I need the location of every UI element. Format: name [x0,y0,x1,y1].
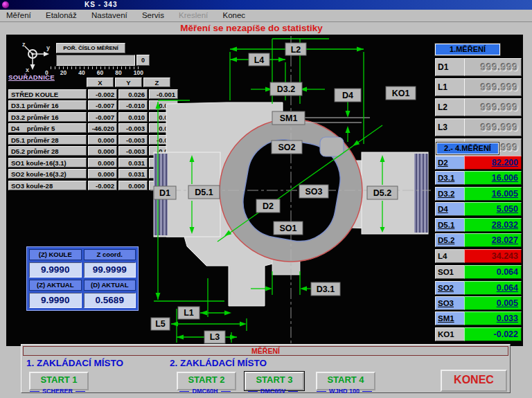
dim-label-l1: L1 [184,308,194,318]
menu-nastaveni[interactable]: Nastavení [85,10,134,21]
d-aktual-value: 0.5689 [84,293,136,308]
dim-label-d52: D5.2 [373,188,391,198]
mereni24-label: D5.1 [435,218,465,232]
dim-label-d2: D2 [263,201,274,211]
mereni24-label: D3.2 [435,187,465,201]
station-2-label: 2. ZAKLÁDACÍ MÍSTO [170,358,267,368]
mereni1-label: D1 [435,58,465,76]
dim-label-d31: D3.1 [317,284,335,294]
table-row: D5.2 průměr 28 0.000 -0.003 -0.000 [8,146,178,156]
mereni24-value: 0.005 [464,296,522,310]
z-koule-value: 9.9990 [29,262,82,278]
mereni1-header: 1.MĚŘENÍ [435,44,500,55]
coordinates-table: X Y Z STŘED KOULE -0.002 0.026 -0.001 D3… [8,78,178,190]
mereni24-value: 28.027 [464,233,522,247]
dim-label-l2: L2 [291,45,301,55]
mereni24-value: 16.005 [464,187,522,201]
app-icon [2,1,9,8]
station-1-label: 1. ZAKLÁDACÍ MÍSTO [26,358,123,368]
mereni24-value: 5.050 [464,202,522,216]
mereni24-label: L4 [435,249,465,263]
dim-label-so1: SO1 [279,224,296,233]
dim-label-l4: L4 [254,55,265,65]
z-coord-value: 99.9999 [84,262,136,278]
mereni24-value: 34.243 [464,249,522,263]
machine-label-scherer: SCHERER [19,388,96,395]
table-row: STŘED KOULE -0.002 0.026 -0.001 [8,89,178,99]
mereni1-value: 999.999 [464,118,522,136]
mereni24-header: 2.- 4.MĚŘENÍ [436,143,499,154]
mereni24-label: D5.2 [435,233,465,247]
counter-progressbar [56,55,135,66]
menu-servis[interactable]: Servis [136,10,170,21]
menu-konec[interactable]: Konec [217,10,252,21]
mereni24-value: 0.064 [464,265,522,279]
dim-label-d32: D3.2 [277,84,295,94]
counter-value: 0 [136,55,150,66]
machine-label-wjhd100: WJHD 100 [306,388,382,395]
dim-label-so2: SO2 [278,143,295,152]
mereni1-label: L1 [435,78,465,96]
table-row: D3.1 průměr 16 -0.007 -0.010 0.006 [8,100,178,110]
d4-bore [320,137,344,156]
axes-icon: z y x [16,40,52,73]
title-bar: KS - 343 [0,0,532,10]
dim-label-ko1: KO1 [392,89,410,98]
z-koule-label: (Z) KOULE [29,249,82,260]
control-panel: MĚŘENÍ 1. ZAKLÁDACÍ MÍSTO 2. ZAKLÁDACÍ M… [21,344,511,393]
sphere-panel: (Z) KOULE Z coord. 9.9990 99.9999 (Z) AK… [26,246,139,311]
table-row: D3.2 průměr 16 -0.007 0.010 0.006 [8,112,178,122]
d-aktual-label: (D) AKTUAL [84,280,136,291]
table-row: SO1 koule-16(3.1) 0.000 0.031 -0.007 [8,158,178,168]
mereni1-value: 999.999 [464,78,522,96]
mereni1-label: L3 [435,118,465,136]
panel-title: MĚŘENÍ [23,346,508,356]
mereni1-value: 999.999 [464,98,522,116]
dim-label-so3: SO3 [305,187,322,197]
dim-label-d4: D4 [342,91,353,100]
mereni24-value: 28.032 [464,218,522,232]
window-title: KS - 343 [85,1,117,8]
konec-button[interactable]: KONEC [441,370,507,392]
machine-label-dmc65v: DMC65V [235,388,311,395]
mereni24-label: SO1 [435,265,465,279]
mereni24-label: SO3 [435,296,465,310]
table-row: SO2 koule-16(3.2) 0.000 0.031 -0.007 [8,169,178,179]
svg-text:y: y [46,44,50,51]
svg-text:x: x [26,66,29,73]
table-row: SO3 koule-28 -0.002 0.000 -0.001 [8,181,178,190]
machine-label-dmc60h: DMC60H [167,388,243,395]
table-row: D4 průměr 5 -46.020 -0.003 0.026 [8,123,178,133]
mereni24-value: -0.022 [464,327,522,341]
menu-etalonaz[interactable]: Etalonáž [39,10,83,21]
counter-scale: 0 20 40 60 80 100 [45,69,143,76]
z-aktual-label: (Z) AKTUAL [29,280,82,291]
mereni24-value: 0.064 [464,281,522,295]
table-row: D5.1 průměr 28 0.000 -0.003 -0.000 [8,135,178,145]
mereni24-label: D2 [435,156,465,170]
svg-text:z: z [22,41,26,48]
menu-bar: Měření Etalonáž Nastavení Servis Kreslen… [0,10,532,22]
dim-label-d51: D5.1 [195,188,213,197]
mereni24-value: 16.006 [464,171,522,185]
dim-label-l3: L3 [210,332,220,342]
z-coord-label: Z coord. [84,249,136,260]
dim-label-l5: L5 [155,319,166,329]
z-aktual-value: 9.9990 [29,293,82,308]
mereni24-label: SO2 [435,281,465,295]
ks343-window: { "window": { "title": "KS - 343", "menu… [0,0,532,398]
menu-mereni[interactable]: Měření [0,10,37,21]
mereni24-label: SM1 [435,311,465,325]
menu-kresleni: Kreslení [172,10,214,21]
mereni1-label: L2 [435,98,465,116]
measurement-canvas: z y x POŘ. ČÍSLO MĚŘENÍ 0 0 20 40 60 80 … [6,35,523,346]
counter-title: POŘ. ČÍSLO MĚŘENÍ [56,43,125,53]
mereni24-label: D3.1 [435,171,465,185]
dim-label-d1: D1 [159,188,170,198]
status-message: Měření se nezapíše do statistiky [0,23,503,33]
mereni24-value: 82.200 [464,156,522,170]
mereni24-value: 0.033 [464,311,522,325]
table-header-row: X Y Z [8,78,178,87]
mereni24-label: KO1 [435,327,465,341]
part-drawing: L2 L4 D3.2 D4 KO1 SM1 SO2 D1 D5.1 D2 SO3 [154,35,438,346]
